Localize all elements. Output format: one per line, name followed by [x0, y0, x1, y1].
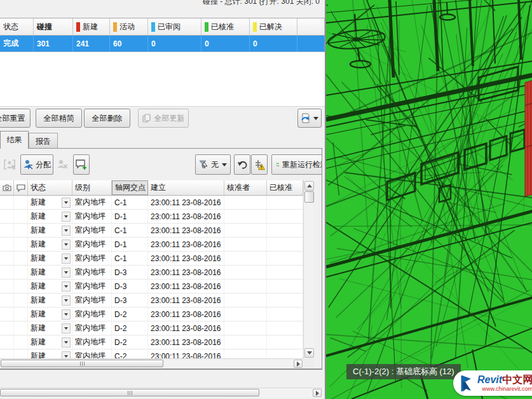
status-color-chip: [205, 22, 208, 32]
unassign-person-x-icon: [57, 159, 68, 170]
filter-value: 无: [211, 159, 219, 170]
comment-icon: [17, 184, 25, 192]
summary-header-cell[interactable]: 已解决: [250, 18, 297, 35]
status-dropdown-button[interactable]: [62, 337, 71, 348]
assign-button[interactable]: 分配: [20, 154, 53, 175]
horizontal-scroll-thumb[interactable]: [1, 360, 163, 367]
cell-level: 室内地坪: [72, 196, 112, 209]
filter-dropdown[interactable]: 无: [195, 154, 231, 175]
cell-level: 室内地坪: [72, 238, 112, 251]
status-dropdown-button[interactable]: [62, 267, 71, 278]
table-row[interactable]: 新建室内地坪D-223:00:11 23-08-2016: [0, 335, 303, 349]
status-dropdown-button[interactable]: [62, 254, 71, 264]
tab-report-label: 报告: [36, 136, 51, 147]
cell-comment: [14, 266, 28, 279]
vertical-scroll-thumb[interactable]: [304, 191, 314, 203]
add-comment-button[interactable]: [73, 154, 90, 175]
status-dropdown-button[interactable]: [62, 351, 71, 359]
summary-header-cell[interactable]: 新建: [73, 18, 110, 35]
cell-comment: [14, 349, 28, 358]
status-dropdown-button[interactable]: [62, 309, 71, 320]
dock-scroll-thumb[interactable]: [0, 389, 259, 396]
cell-created-text: 23:00:11 23-08-2016: [151, 254, 221, 263]
status-dropdown-button[interactable]: [62, 295, 71, 306]
summary-header-cell[interactable]: 活动: [110, 18, 148, 35]
cell-status: 新建: [28, 266, 72, 279]
unassign-button[interactable]: [55, 154, 70, 175]
rerun-test-button[interactable]: 重新运行检测: [271, 154, 322, 175]
cell-created: 23:00:11 23-08-2016: [148, 196, 224, 209]
results-horizontal-scrollbar[interactable]: [0, 358, 303, 368]
results-rows: 新建室内地坪C-123:00:11 23-08-2016新建室内地坪D-123:…: [0, 196, 303, 358]
scrollbar-corner: [303, 358, 314, 368]
group-clash-button[interactable]: [2, 154, 18, 175]
summary-header-cell[interactable]: 碰撞: [34, 18, 73, 35]
table-row[interactable]: 新建室内地坪C-123:00:11 23-08-2016: [0, 224, 303, 238]
table-row[interactable]: 新建室内地坪D-323:00:11 23-08-2016: [0, 294, 303, 308]
table-row[interactable]: 新建室内地坪D-223:00:11 23-08-2016: [0, 321, 303, 335]
update-all-icon: [142, 114, 152, 123]
cell-grid-text: D-2: [114, 310, 126, 319]
summary-selected-row[interactable]: 完成30124160000: [0, 36, 325, 52]
column-level[interactable]: 级别: [72, 180, 112, 195]
table-row[interactable]: 新建室内地坪C-123:00:11 23-08-2016: [0, 196, 303, 210]
status-dropdown-button[interactable]: [62, 198, 71, 208]
status-dropdown-button[interactable]: [62, 226, 71, 236]
status-dropdown-button[interactable]: [62, 240, 71, 250]
cell-status: 新建: [28, 349, 72, 358]
undo-button[interactable]: [234, 154, 250, 175]
tab-report[interactable]: 报告: [29, 133, 58, 149]
cell-created-text: 23:00:11 23-08-2016: [151, 310, 221, 319]
dock-horizontal-scrollbar[interactable]: [0, 388, 322, 398]
cell-status-text: 新建: [31, 281, 46, 292]
status-dropdown-button[interactable]: [62, 212, 71, 222]
summary-header-cell[interactable]: 已审阅: [148, 18, 201, 35]
cell-grid-text: C-1: [114, 226, 126, 235]
cell-status: 新建: [28, 308, 72, 321]
cell-approver: [224, 196, 267, 209]
reset-all-button[interactable]: 全部重置: [0, 109, 31, 128]
cell-approver: [224, 280, 267, 293]
scroll-up-button[interactable]: [304, 181, 314, 191]
table-row[interactable]: 新建室内地坪C-123:00:11 23-08-2016: [0, 252, 303, 266]
rerun-label: 重新运行检测: [282, 159, 322, 170]
results-vertical-scrollbar[interactable]: [303, 180, 314, 358]
view-options-dropdown[interactable]: [297, 109, 322, 128]
cell-level: 室内地坪: [72, 252, 112, 265]
update-all-button[interactable]: 全部更新: [138, 109, 189, 128]
column-created[interactable]: 建立: [148, 180, 224, 195]
cell-grid: D-3: [112, 266, 148, 279]
compact-all-button[interactable]: 全部精简: [36, 109, 82, 128]
status-dropdown-button[interactable]: [62, 281, 71, 292]
dock-right-arrow-icon: [316, 391, 319, 396]
table-row[interactable]: 新建室内地坪D-123:00:11 23-08-2016: [0, 210, 303, 224]
summary-header-cell[interactable]: 已核准: [201, 18, 250, 35]
delete-all-button[interactable]: 全部删除: [84, 109, 130, 128]
table-row[interactable]: 新建室内地坪D-323:00:11 23-08-2016: [0, 266, 303, 280]
summary-header-cell[interactable]: 状态: [0, 18, 34, 35]
column-approved[interactable]: 已核准: [267, 180, 303, 195]
cell-grid: C-1: [112, 224, 148, 237]
scroll-down-button[interactable]: [304, 348, 314, 358]
table-row[interactable]: 新建室内地坪D-323:00:11 23-08-2016: [0, 280, 303, 294]
status-dropdown-button[interactable]: [62, 323, 71, 334]
status-caret-icon: [64, 355, 68, 358]
compact-results-button[interactable]: [251, 154, 268, 175]
summary-header-cell[interactable]: [297, 18, 325, 35]
results-grid-header: 状态 级别 轴网交点 建立 核准者 已核准: [0, 180, 303, 196]
table-row[interactable]: 新建室内地坪D-223:00:11 23-08-2016: [0, 308, 303, 321]
cell-approved: [267, 266, 303, 279]
table-row[interactable]: 新建室内地坪D-123:00:11 23-08-2016: [0, 238, 303, 252]
dock-scroll-right-button[interactable]: [313, 389, 322, 397]
column-grid-intersection[interactable]: 轴网交点: [112, 180, 148, 195]
column-comment[interactable]: [14, 180, 28, 195]
table-row[interactable]: 新建室内地坪C-223:00:11 23-08-2016: [0, 349, 303, 358]
3d-model-viewport[interactable]: C(-1)-2(2) : 基础底标高 (12) Revit中文网 www.chi…: [325, 0, 532, 399]
cell-status-text: 新建: [31, 211, 46, 222]
cell-status: 新建: [28, 335, 72, 349]
column-snapshot[interactable]: [0, 180, 14, 195]
column-status[interactable]: 状态: [28, 180, 72, 195]
column-approver[interactable]: 核准者: [224, 180, 267, 195]
tab-results[interactable]: 结果: [0, 131, 29, 149]
scroll-right-button[interactable]: [294, 360, 303, 368]
